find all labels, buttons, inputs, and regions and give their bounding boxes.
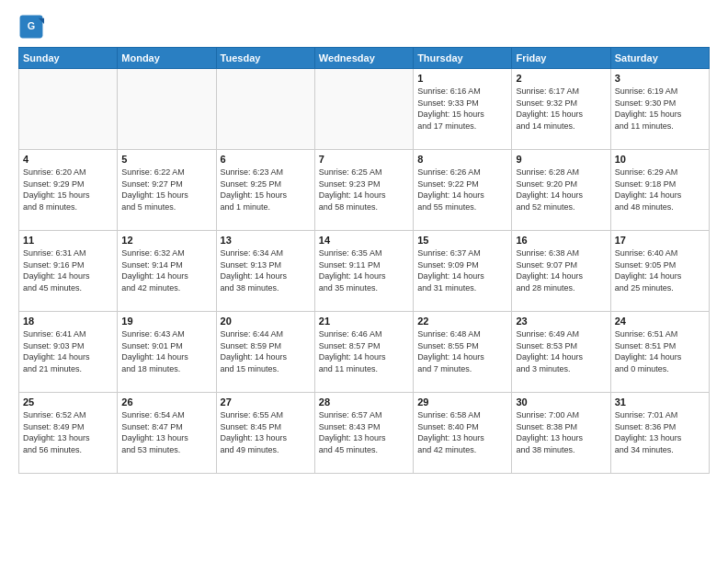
day-number: 16 [516,235,606,246]
day-info: Sunrise: 6:22 AM Sunset: 9:27 PM Dayligh… [121,167,211,213]
day-number: 22 [417,316,507,327]
calendar-cell [216,69,314,150]
calendar-cell: 5Sunrise: 6:22 AM Sunset: 9:27 PM Daylig… [118,150,216,231]
calendar-cell: 6Sunrise: 6:23 AM Sunset: 9:25 PM Daylig… [216,150,314,231]
weekday-header-row: SundayMondayTuesdayWednesdayThursdayFrid… [19,48,710,69]
day-info: Sunrise: 6:35 AM Sunset: 9:11 PM Dayligh… [319,247,409,293]
calendar-cell: 8Sunrise: 6:26 AM Sunset: 9:22 PM Daylig… [414,150,512,231]
calendar-cell: 4Sunrise: 6:20 AM Sunset: 9:29 PM Daylig… [19,150,118,231]
calendar-cell: 14Sunrise: 6:35 AM Sunset: 9:11 PM Dayli… [314,231,413,312]
calendar-cell [314,69,413,150]
calendar-cell: 19Sunrise: 6:43 AM Sunset: 9:01 PM Dayli… [118,312,216,393]
day-number: 26 [121,396,211,408]
calendar-cell: 21Sunrise: 6:46 AM Sunset: 8:57 PM Dayli… [314,312,413,393]
calendar-cell: 25Sunrise: 6:52 AM Sunset: 8:49 PM Dayli… [19,393,118,474]
day-number: 9 [516,154,606,165]
week-row-4: 18Sunrise: 6:41 AM Sunset: 9:03 PM Dayli… [19,312,710,393]
weekday-header-sunday: Sunday [19,48,118,69]
logo: G [18,14,48,40]
calendar-cell: 31Sunrise: 7:01 AM Sunset: 8:36 PM Dayli… [610,393,709,474]
calendar-cell: 30Sunrise: 7:00 AM Sunset: 8:38 PM Dayli… [512,393,610,474]
calendar-cell: 13Sunrise: 6:34 AM Sunset: 9:13 PM Dayli… [216,231,314,312]
calendar-cell [118,69,216,150]
day-info: Sunrise: 6:16 AM Sunset: 9:33 PM Dayligh… [417,86,507,132]
day-info: Sunrise: 6:32 AM Sunset: 9:14 PM Dayligh… [121,247,211,293]
day-number: 5 [121,154,211,165]
calendar-cell: 2Sunrise: 6:17 AM Sunset: 9:32 PM Daylig… [512,69,610,150]
day-info: Sunrise: 6:54 AM Sunset: 8:47 PM Dayligh… [121,409,211,455]
weekday-header-monday: Monday [118,48,216,69]
calendar-cell: 3Sunrise: 6:19 AM Sunset: 9:30 PM Daylig… [610,69,709,150]
weekday-header-saturday: Saturday [610,48,709,69]
day-number: 29 [417,396,507,408]
calendar-cell: 18Sunrise: 6:41 AM Sunset: 9:03 PM Dayli… [19,312,118,393]
svg-text:G: G [28,20,35,31]
day-info: Sunrise: 6:44 AM Sunset: 8:59 PM Dayligh… [221,328,311,374]
calendar-cell: 12Sunrise: 6:32 AM Sunset: 9:14 PM Dayli… [118,231,216,312]
week-row-5: 25Sunrise: 6:52 AM Sunset: 8:49 PM Dayli… [19,393,710,474]
day-info: Sunrise: 6:52 AM Sunset: 8:49 PM Dayligh… [23,409,113,455]
day-info: Sunrise: 6:17 AM Sunset: 9:32 PM Dayligh… [516,86,606,132]
day-info: Sunrise: 6:58 AM Sunset: 8:40 PM Dayligh… [417,409,507,455]
calendar-cell: 22Sunrise: 6:48 AM Sunset: 8:55 PM Dayli… [414,312,512,393]
day-number: 12 [121,235,211,246]
day-info: Sunrise: 6:51 AM Sunset: 8:51 PM Dayligh… [615,328,705,374]
calendar-cell: 16Sunrise: 6:38 AM Sunset: 9:07 PM Dayli… [512,231,610,312]
day-info: Sunrise: 6:46 AM Sunset: 8:57 PM Dayligh… [319,328,409,374]
calendar-cell: 27Sunrise: 6:55 AM Sunset: 8:45 PM Dayli… [216,393,314,474]
day-number: 20 [221,316,311,327]
day-info: Sunrise: 6:38 AM Sunset: 9:07 PM Dayligh… [516,247,606,293]
day-info: Sunrise: 6:26 AM Sunset: 9:22 PM Dayligh… [417,167,507,213]
calendar-cell: 17Sunrise: 6:40 AM Sunset: 9:05 PM Dayli… [610,231,709,312]
day-number: 28 [319,396,409,408]
day-number: 14 [319,235,409,246]
day-info: Sunrise: 6:48 AM Sunset: 8:55 PM Dayligh… [417,328,507,374]
weekday-header-friday: Friday [512,48,610,69]
day-info: Sunrise: 6:40 AM Sunset: 9:05 PM Dayligh… [615,247,705,293]
calendar-cell: 7Sunrise: 6:25 AM Sunset: 9:23 PM Daylig… [314,150,413,231]
day-number: 2 [516,73,606,84]
calendar-cell: 15Sunrise: 6:37 AM Sunset: 9:09 PM Dayli… [414,231,512,312]
day-number: 8 [417,154,507,165]
week-row-2: 4Sunrise: 6:20 AM Sunset: 9:29 PM Daylig… [19,150,710,231]
day-number: 15 [417,235,507,246]
day-number: 31 [615,396,705,408]
weekday-header-tuesday: Tuesday [216,48,314,69]
calendar-cell: 9Sunrise: 6:28 AM Sunset: 9:20 PM Daylig… [512,150,610,231]
day-number: 24 [615,316,705,327]
calendar-cell: 29Sunrise: 6:58 AM Sunset: 8:40 PM Dayli… [414,393,512,474]
day-number: 18 [23,316,113,327]
calendar-cell: 24Sunrise: 6:51 AM Sunset: 8:51 PM Dayli… [610,312,709,393]
calendar-cell [19,69,118,150]
weekday-header-wednesday: Wednesday [314,48,413,69]
day-number: 6 [221,154,311,165]
week-row-3: 11Sunrise: 6:31 AM Sunset: 9:16 PM Dayli… [19,231,710,312]
day-number: 21 [319,316,409,327]
day-info: Sunrise: 6:31 AM Sunset: 9:16 PM Dayligh… [23,247,113,293]
day-number: 4 [23,154,113,165]
day-info: Sunrise: 7:01 AM Sunset: 8:36 PM Dayligh… [615,409,705,455]
day-info: Sunrise: 6:34 AM Sunset: 9:13 PM Dayligh… [221,247,311,293]
day-info: Sunrise: 6:57 AM Sunset: 8:43 PM Dayligh… [319,409,409,455]
header: G [18,14,710,40]
day-info: Sunrise: 6:37 AM Sunset: 9:09 PM Dayligh… [417,247,507,293]
day-info: Sunrise: 6:28 AM Sunset: 9:20 PM Dayligh… [516,167,606,213]
day-number: 19 [121,316,211,327]
day-number: 17 [615,235,705,246]
logo-icon: G [18,14,44,40]
day-number: 1 [417,73,507,84]
day-info: Sunrise: 7:00 AM Sunset: 8:38 PM Dayligh… [516,409,606,455]
week-row-1: 1Sunrise: 6:16 AM Sunset: 9:33 PM Daylig… [19,69,710,150]
day-info: Sunrise: 6:19 AM Sunset: 9:30 PM Dayligh… [615,86,705,132]
day-number: 23 [516,316,606,327]
calendar-cell: 1Sunrise: 6:16 AM Sunset: 9:33 PM Daylig… [414,69,512,150]
day-info: Sunrise: 6:41 AM Sunset: 9:03 PM Dayligh… [23,328,113,374]
day-info: Sunrise: 6:23 AM Sunset: 9:25 PM Dayligh… [221,167,311,213]
day-number: 10 [615,154,705,165]
day-info: Sunrise: 6:25 AM Sunset: 9:23 PM Dayligh… [319,167,409,213]
day-number: 3 [615,73,705,84]
weekday-header-thursday: Thursday [414,48,512,69]
day-info: Sunrise: 6:55 AM Sunset: 8:45 PM Dayligh… [221,409,311,455]
calendar-cell: 20Sunrise: 6:44 AM Sunset: 8:59 PM Dayli… [216,312,314,393]
day-number: 7 [319,154,409,165]
